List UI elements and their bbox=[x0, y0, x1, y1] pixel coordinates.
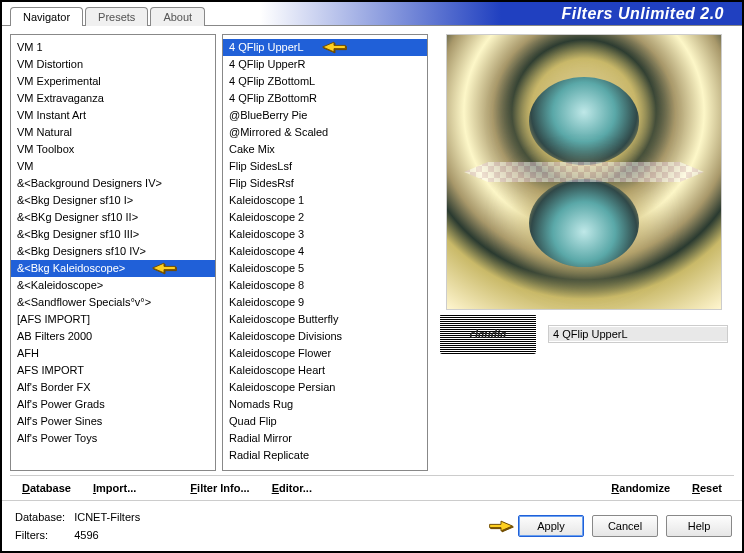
filter-item[interactable]: @Mirrored & Scaled bbox=[223, 124, 427, 141]
pointer-hand-icon bbox=[151, 258, 177, 278]
filter-item[interactable]: Kaleidoscope 2 bbox=[223, 209, 427, 226]
apply-button[interactable]: Apply bbox=[518, 515, 584, 537]
tab-presets[interactable]: Presets bbox=[85, 7, 148, 26]
database-link[interactable]: Database bbox=[22, 482, 71, 494]
filter-item[interactable]: Flip SidesRsf bbox=[223, 175, 427, 192]
filter-item[interactable]: 4 QFlip ZBottomL bbox=[223, 73, 427, 90]
category-item[interactable]: AB Filters 2000 bbox=[11, 328, 215, 345]
category-item[interactable]: [AFS IMPORT] bbox=[11, 311, 215, 328]
filter-item[interactable]: 4 QFlip ZBottomR bbox=[223, 90, 427, 107]
filter-item[interactable]: Flip SidesLsf bbox=[223, 158, 427, 175]
filter-item[interactable]: Radial Replicate bbox=[223, 447, 427, 464]
category-item[interactable]: VM Instant Art bbox=[11, 107, 215, 124]
filter-item[interactable]: Kaleidoscope Flower bbox=[223, 345, 427, 362]
category-item[interactable]: VM 1 bbox=[11, 39, 215, 56]
category-item[interactable]: VM Natural bbox=[11, 124, 215, 141]
randomize-link[interactable]: Randomize bbox=[611, 482, 670, 494]
filter-item[interactable]: Nomads Rug bbox=[223, 396, 427, 413]
filter-item[interactable]: @BlueBerry Pie bbox=[223, 107, 427, 124]
filter-item[interactable]: Kaleidoscope 5 bbox=[223, 260, 427, 277]
app-title: Filters Unlimited 2.0 bbox=[207, 2, 742, 25]
category-item[interactable]: Alf's Power Grads bbox=[11, 396, 215, 413]
filter-item[interactable]: Cake Mix bbox=[223, 141, 427, 158]
reset-link[interactable]: Reset bbox=[692, 482, 722, 494]
current-filter-box: 4 QFlip UpperL bbox=[548, 325, 728, 343]
filter-info-link[interactable]: Filter Info... bbox=[190, 482, 249, 494]
preview-image bbox=[446, 34, 722, 310]
category-item[interactable]: Alf's Power Sines bbox=[11, 413, 215, 430]
category-item[interactable]: Alf's Border FX bbox=[11, 379, 215, 396]
category-item[interactable]: &<BKg Designer sf10 II> bbox=[11, 209, 215, 226]
category-item[interactable]: &<Sandflower Specials°v°> bbox=[11, 294, 215, 311]
filter-item[interactable]: Kaleidoscope Heart bbox=[223, 362, 427, 379]
category-item[interactable]: VM Experimental bbox=[11, 73, 215, 90]
footer: Database:ICNET-Filters Filters:4596 Appl… bbox=[2, 500, 742, 551]
filter-item[interactable]: Kaleidoscope 9 bbox=[223, 294, 427, 311]
category-item[interactable]: &<Bkg Designer sf10 I> bbox=[11, 192, 215, 209]
filter-item[interactable]: Kaleidoscope 8 bbox=[223, 277, 427, 294]
filter-item[interactable]: Kaleidoscope Divisions bbox=[223, 328, 427, 345]
pointer-hand-icon bbox=[488, 516, 514, 536]
category-item[interactable]: &<Kaleidoscope> bbox=[11, 277, 215, 294]
category-item[interactable]: AFH bbox=[11, 345, 215, 362]
filter-item[interactable]: Radial Mirror bbox=[223, 430, 427, 447]
category-item[interactable]: &<Bkg Kaleidoscope> bbox=[11, 260, 215, 277]
db-info: Database:ICNET-Filters Filters:4596 bbox=[12, 507, 143, 545]
toolbar-links: Database Import... Filter Info... Editor… bbox=[10, 475, 734, 500]
category-item[interactable]: Alf's Power Toys bbox=[11, 430, 215, 447]
category-item[interactable]: VM bbox=[11, 158, 215, 175]
filter-item[interactable]: Kaleidoscope Persian bbox=[223, 379, 427, 396]
filter-item[interactable]: 4 QFlip UpperR bbox=[223, 56, 427, 73]
current-filter-name: 4 QFlip UpperL bbox=[549, 327, 727, 341]
category-item[interactable]: VM Extravaganza bbox=[11, 90, 215, 107]
help-button[interactable]: Help bbox=[666, 515, 732, 537]
filter-item[interactable]: Kaleidoscope 3 bbox=[223, 226, 427, 243]
main-content: VM 1VM DistortionVM ExperimentalVM Extra… bbox=[2, 26, 742, 471]
category-item[interactable]: &<Background Designers IV> bbox=[11, 175, 215, 192]
filter-item[interactable]: Kaleidoscope 4 bbox=[223, 243, 427, 260]
tab-about[interactable]: About bbox=[150, 7, 205, 26]
editor-link[interactable]: Editor... bbox=[272, 482, 312, 494]
import-link[interactable]: Import... bbox=[93, 482, 136, 494]
filter-listbox[interactable]: 4 QFlip UpperL4 QFlip UpperR4 QFlip ZBot… bbox=[222, 34, 428, 471]
filter-item[interactable]: 4 QFlip UpperL bbox=[223, 39, 427, 56]
watermark-badge: claudia bbox=[440, 314, 536, 354]
category-item[interactable]: &<Bkg Designers sf10 IV> bbox=[11, 243, 215, 260]
filter-item[interactable]: Kaleidoscope 1 bbox=[223, 192, 427, 209]
tab-strip: NavigatorPresetsAbout bbox=[2, 2, 207, 25]
filter-item[interactable]: Quad Flip bbox=[223, 413, 427, 430]
tab-navigator[interactable]: Navigator bbox=[10, 7, 83, 26]
cancel-button[interactable]: Cancel bbox=[592, 515, 658, 537]
category-item[interactable]: AFS IMPORT bbox=[11, 362, 215, 379]
filter-item[interactable]: Kaleidoscope Butterfly bbox=[223, 311, 427, 328]
category-item[interactable]: VM Distortion bbox=[11, 56, 215, 73]
preview-column: claudia 4 QFlip UpperL bbox=[434, 34, 734, 471]
category-item[interactable]: VM Toolbox bbox=[11, 141, 215, 158]
category-listbox[interactable]: VM 1VM DistortionVM ExperimentalVM Extra… bbox=[10, 34, 216, 471]
pointer-hand-icon bbox=[321, 37, 347, 57]
category-item[interactable]: &<Bkg Designer sf10 III> bbox=[11, 226, 215, 243]
header-bar: NavigatorPresetsAbout Filters Unlimited … bbox=[2, 2, 742, 26]
